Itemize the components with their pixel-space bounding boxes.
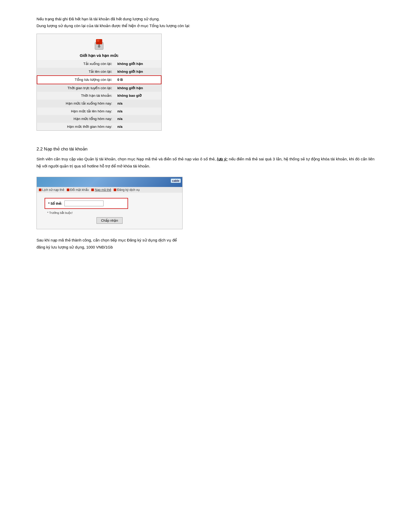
screenshot-box: cable Lịch sử nạp thẻ Đổi mật khẩu Nạp m… [37,177,183,229]
table-cell-value: không giới hạn [115,68,161,76]
table-cell-value: n/a [115,100,161,107]
table-cell-label: Hạn mức tải xuống hôm nay: [37,100,115,107]
table-cell-value: n/a [115,123,161,131]
nav-label-2: Đổi mật khẩu [70,188,89,192]
nav-item-nap-ma-the[interactable]: Nạp mã thẻ [91,188,111,192]
table-row: Hạn mức tải lên hôm nay:n/a [37,107,161,115]
info-box-header: Giới hạn và hạn mức [37,34,161,60]
nav-label-1: Lịch sử nạp thẻ [42,188,64,192]
table-row: Thời gian trực tuyến còn lại:không giới … [37,84,161,92]
table-cell-value: không giới hạn [115,60,161,68]
table-row: Hạn mức tải xuống hôm nay:n/a [37,100,161,107]
info-table: Tải xuống còn lại:không giới hạnTải lên … [37,60,161,130]
svg-rect-2 [97,40,99,42]
map-background: cable [37,177,182,187]
table-cell-label: Thời hạn tài khoản: [37,92,115,100]
section-22-heading: 2.2 Nạp thẻ cho tài khoản [37,146,374,152]
info-box-title: Giới hạn và hạn mức [39,53,159,58]
table-row: Thời hạn tài khoản:không bao giờ [37,92,161,100]
card-number-input[interactable] [64,201,104,206]
nav-item-doi-mat-khau[interactable]: Đổi mật khẩu [67,188,89,192]
nav-dot-1 [39,189,41,191]
nav-label-4: Đăng ký dịch vụ [117,188,140,192]
cable-badge: cable [171,179,181,183]
table-cell-value: n/a [115,115,161,123]
table-cell-value: không bao giờ [115,92,161,100]
power-icon [92,38,106,51]
nav-dot-2 [67,189,69,191]
intro-line1: Nếu trạng thái ghi Đã hết hạn là tài kho… [37,17,160,21]
nav-item-lich-su[interactable]: Lịch sử nạp thẻ [39,188,64,192]
table-cell-value: 0 B [115,76,161,84]
required-note: * Trường bắt buộc! [47,211,174,215]
nav-dot-3 [91,189,94,191]
table-row: Hạn mức tổng hôm nay:n/a [37,115,161,123]
form-label: * Số thẻ: [48,202,62,205]
intro-paragraph: Nếu trạng thái ghi Đã hết hạn là tài kho… [37,16,374,29]
table-cell-label: Thời gian trực tuyến còn lại: [37,84,115,92]
svg-point-4 [98,45,100,47]
form-row: * Số thẻ: [45,198,128,209]
table-cell-label: Tổng lưu lượng còn lại: [37,76,115,84]
submit-button[interactable]: Chấp nhận [96,217,122,224]
table-cell-label: Hạn mức thời gian hôm nay: [37,123,115,131]
screenshot-nav: Lịch sử nạp thẻ Đổi mật khẩu Nạp mã thẻ … [37,187,182,193]
intro-line2: Dung lượng sử dụng còn lại của tài khoản… [37,23,190,28]
table-row: Tổng lưu lượng còn lại:0 B [37,76,161,84]
table-cell-label: Tải lên còn lại: [37,68,115,76]
section-22-body: Sinh viên cần truy cập vào Quản lý tài k… [37,155,374,170]
nav-label-3: Nạp mã thẻ [95,188,111,192]
table-cell-label: Hạn mức tải lên hôm nay: [37,107,115,115]
screenshot-form-content: * Số thẻ: * Trường bắt buộc! Chấp nhận [37,193,182,229]
table-cell-value: n/a [115,107,161,115]
table-cell-label: Hạn mức tổng hôm nay: [37,115,115,123]
nav-dot-4 [114,189,116,191]
table-row: Hạn mức thời gian hôm nay:n/a [37,123,161,131]
nav-item-dang-ky[interactable]: Đăng ký dịch vụ [114,188,140,192]
table-row: Tải lên còn lại:không giới hạn [37,68,161,76]
table-cell-value: không giới hạn [115,84,161,92]
info-box: Giới hạn và hạn mức Tải xuống còn lại:kh… [37,34,162,131]
table-row: Tải xuống còn lại:không giới hạn [37,60,161,68]
footer-text: Sau khi nạp mã thẻ thành công, cần chọn … [37,237,374,251]
table-cell-label: Tải xuống còn lại: [37,60,115,68]
